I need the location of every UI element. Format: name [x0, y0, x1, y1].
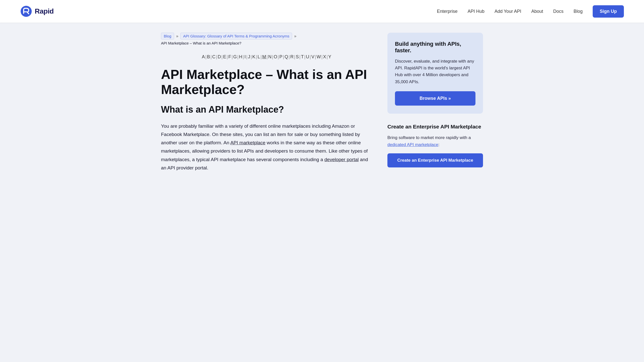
article-title: API Marketplace – What is an API Marketp… — [161, 67, 372, 97]
logo[interactable]: Rapid — [20, 5, 54, 17]
alpha-y[interactable]: Y — [328, 54, 332, 59]
section-heading: What is an API Marketplace? — [161, 104, 372, 115]
alpha-u[interactable]: U — [306, 54, 309, 59]
alpha-q[interactable]: Q — [285, 54, 288, 59]
enterprise-body-part1: Bring software to market more rapidly wi… — [387, 135, 471, 140]
nav-docs[interactable]: Docs — [553, 9, 564, 14]
enterprise-section: Create an Enterprise API Marketplace Bri… — [387, 124, 483, 167]
alpha-v[interactable]: V — [311, 54, 315, 59]
nav-add-your-api[interactable]: Add Your API — [495, 9, 521, 14]
rapid-logo-icon — [20, 5, 32, 17]
build-apis-body: Discover, evaluate, and integrate with a… — [395, 58, 475, 85]
enterprise-body: Bring software to market more rapidly wi… — [387, 134, 483, 148]
alpha-p[interactable]: P — [279, 54, 283, 59]
breadcrumb-current: API Marketplace – What is an API Marketp… — [161, 41, 241, 45]
alpha-s[interactable]: S — [296, 54, 299, 59]
create-enterprise-button[interactable]: Create an Enterprise API Marketplace — [387, 153, 483, 167]
alpha-t[interactable]: T — [301, 54, 304, 59]
alpha-j[interactable]: J — [248, 54, 250, 59]
alpha-d[interactable]: D — [218, 54, 221, 59]
nav-about[interactable]: About — [531, 9, 543, 14]
alpha-k[interactable]: K — [252, 54, 256, 59]
alpha-b[interactable]: B — [207, 54, 210, 59]
developer-portal-link[interactable]: developer portal — [325, 157, 359, 162]
sidebar: Build anything with APIs, faster. Discov… — [387, 33, 483, 172]
breadcrumb-blog-link[interactable]: Blog — [161, 33, 174, 39]
breadcrumb: Blog » API Glossary: Glossary of API Ter… — [161, 33, 372, 45]
breadcrumb-glossary-link[interactable]: API Glossary: Glossary of API Terms & Pr… — [180, 33, 292, 39]
enterprise-title: Create an Enterprise API Marketplace — [387, 124, 483, 130]
enterprise-body-part2: : — [438, 142, 439, 147]
article-body: You are probably familiar with a variety… — [161, 122, 372, 172]
main-content: Blog » API Glossary: Glossary of API Ter… — [161, 33, 372, 172]
alpha-i[interactable]: I — [245, 54, 246, 59]
alpha-g[interactable]: G — [233, 54, 237, 59]
alpha-c[interactable]: C — [212, 54, 216, 59]
nav-blog[interactable]: Blog — [574, 9, 583, 14]
main-nav: Enterprise API Hub Add Your API About Do… — [437, 5, 624, 18]
nav-enterprise[interactable]: Enterprise — [437, 9, 458, 14]
alphabet-nav: A|B|C|D|E|F|G|H|I|J|K|L|M|N|O|P|Q|R|S|T|… — [161, 54, 372, 60]
signup-button[interactable]: Sign Up — [593, 5, 624, 18]
logo-text: Rapid — [35, 7, 54, 15]
browse-apis-button[interactable]: Browse APIs » — [395, 91, 475, 106]
alpha-e[interactable]: E — [223, 54, 226, 59]
build-apis-card: Build anything with APIs, faster. Discov… — [387, 33, 483, 114]
alpha-x[interactable]: X — [323, 54, 326, 59]
dedicated-api-marketplace-link[interactable]: dedicated API marketplace — [387, 142, 438, 147]
svg-point-0 — [21, 6, 32, 17]
breadcrumb-sep-1: » — [176, 34, 178, 38]
alpha-l[interactable]: L — [258, 54, 260, 59]
build-apis-title: Build anything with APIs, faster. — [395, 41, 475, 54]
alpha-o[interactable]: O — [274, 54, 277, 59]
alpha-w[interactable]: W — [316, 54, 321, 59]
alpha-m[interactable]: M — [262, 54, 266, 59]
nav-api-hub[interactable]: API Hub — [468, 9, 485, 14]
alpha-f[interactable]: F — [228, 54, 231, 59]
alpha-r[interactable]: R — [290, 54, 294, 59]
breadcrumb-sep-2: » — [294, 34, 296, 38]
alpha-n[interactable]: N — [268, 54, 272, 59]
alpha-a[interactable]: A — [202, 54, 205, 59]
api-marketplace-link[interactable]: API marketplace — [230, 140, 265, 145]
alpha-h[interactable]: H — [239, 54, 243, 59]
